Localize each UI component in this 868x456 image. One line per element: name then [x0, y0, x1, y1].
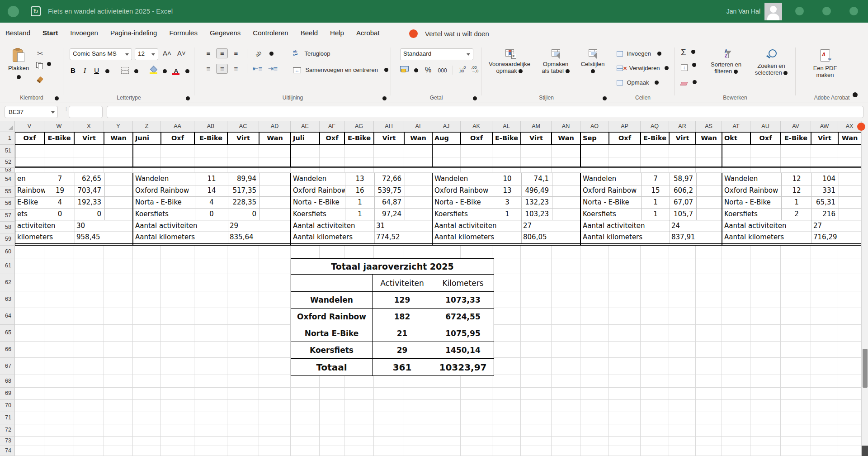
row-header-67[interactable]: 67 [0, 358, 15, 375]
column-header-AQ[interactable]: AQ [641, 121, 669, 132]
activity-km-cell[interactable]: 58,97 [670, 173, 696, 185]
row-header-68[interactable]: 68 [0, 375, 15, 388]
activity-name-cell[interactable]: Wandelen [291, 173, 345, 185]
activity-name-cell[interactable]: Norta - E-Bike [433, 197, 493, 208]
merge-center-button[interactable]: ↔ Samenvoegen en centreren [293, 66, 388, 74]
month-header-cell[interactable]: Virt [227, 132, 259, 145]
month-header-cell[interactable]: E-Bike [492, 132, 521, 145]
month-header-cell[interactable]: Wan [696, 132, 722, 145]
sort-dropdown[interactable] [734, 70, 738, 74]
column-header-AD[interactable]: AD [259, 121, 291, 132]
column-header-AM[interactable]: AM [521, 121, 552, 132]
find-select-button[interactable]: Zoeken enselecteren [750, 49, 792, 76]
total-value-cell[interactable]: 27 [521, 220, 579, 232]
bold-button[interactable]: B [71, 66, 75, 74]
tab-acrobat[interactable]: Acrobat [356, 23, 380, 37]
activity-km-cell[interactable]: 97,24 [374, 209, 405, 220]
activity-name-cell[interactable]: Wandelen [133, 173, 195, 185]
activity-count-cell[interactable]: 1 [781, 197, 811, 208]
activity-km-cell[interactable]: 105,7 [670, 209, 696, 220]
decrease-decimal-button[interactable]: ,00→,0 [472, 66, 479, 73]
autosum-dropdown[interactable] [691, 50, 695, 54]
activity-name-cell[interactable]: Oxford Rainbow [433, 185, 493, 196]
month-header-cell[interactable]: Virt [811, 132, 838, 145]
maximize-button[interactable] [822, 7, 831, 15]
activity-km-cell[interactable]: 539,75 [374, 185, 405, 196]
empty-cell[interactable] [259, 209, 289, 220]
percent-button[interactable]: % [425, 66, 431, 74]
column-header-AF[interactable]: AF [320, 121, 344, 132]
activity-name-cell[interactable]: Koersfiets [291, 209, 345, 220]
row-header-66[interactable]: 66 [0, 342, 15, 358]
activity-count-cell[interactable]: 1 [641, 209, 670, 220]
total-row[interactable]: Aantal kilometers837,91 [581, 232, 722, 243]
total-row[interactable]: activiteiten30 [15, 220, 132, 232]
column-header-Z[interactable]: Z [133, 121, 161, 132]
activity-name-cell[interactable]: Oxford Rainbow [133, 185, 195, 196]
activity-km-cell[interactable]: 72,66 [374, 173, 405, 185]
number-format-select[interactable]: Standaard [400, 48, 473, 60]
month-header-cell[interactable]: Oxf [320, 132, 344, 145]
column-header-AS[interactable]: AS [696, 121, 722, 132]
tell-me-label[interactable]: Vertel wat u wilt doen [425, 30, 489, 38]
orientation-button[interactable]: ab [251, 47, 266, 62]
empty-cell[interactable] [259, 173, 289, 185]
tab-formules[interactable]: Formules [169, 23, 198, 37]
month-header-cell[interactable]: Oxf [609, 132, 641, 145]
create-pdf-button[interactable]: A∞ Een PDFmaken [809, 49, 841, 78]
total-label-cell[interactable]: Aantal activiteiten [581, 220, 670, 232]
empty-cell[interactable] [696, 197, 721, 208]
font-name-select[interactable]: Comic Sans MS [70, 48, 132, 60]
activity-row[interactable]: Norta - E-Bike4228,35 [133, 197, 290, 209]
activity-km-cell[interactable]: 517,35 [228, 185, 259, 196]
total-row[interactable]: Aantal kilometers806,05 [433, 232, 580, 243]
summary-activity-count[interactable]: 129 [373, 292, 432, 309]
month-header-cell[interactable]: Wan [552, 132, 580, 145]
underline-button[interactable]: U [94, 66, 99, 74]
month-header-cell[interactable]: Oxf [461, 132, 492, 145]
row-header-59[interactable]: 59 [0, 233, 15, 246]
row-header-54[interactable]: 54 [0, 173, 15, 186]
activity-km-cell[interactable]: 228,35 [228, 197, 259, 208]
month-header-cell[interactable]: Juli [291, 132, 320, 145]
month-header-cell[interactable]: Virt [374, 132, 404, 145]
activity-row[interactable]: ets00 [15, 209, 132, 220]
activity-count-cell[interactable]: 13 [345, 173, 374, 185]
summary-col-activities[interactable]: Activiteiten [373, 275, 432, 292]
empty-cell[interactable] [405, 209, 431, 220]
row-header-62[interactable]: 62 [0, 274, 15, 291]
total-row[interactable]: Aantal activiteiten27 [433, 220, 580, 232]
activity-row[interactable]: E-Bike4192,33 [15, 197, 132, 209]
row-header-53[interactable]: 53 [0, 168, 15, 173]
total-value-cell[interactable]: 835,64 [228, 232, 289, 243]
activity-row[interactable]: Norta - E-Bike164,87 [291, 197, 432, 209]
fill-button[interactable]: ↓ [681, 63, 696, 71]
activity-km-cell[interactable]: 62,65 [75, 173, 104, 185]
alignment-dialog-launcher[interactable] [382, 96, 387, 100]
align-left-button[interactable]: ≡ [203, 64, 214, 74]
summary-activity-count[interactable]: 182 [373, 309, 432, 325]
autosave-sync-icon[interactable]: ↻ [31, 6, 41, 16]
tab-controleren[interactable]: Controleren [253, 23, 288, 37]
activity-row[interactable]: Oxford Rainbow16539,75 [291, 185, 432, 197]
format-painter-button[interactable] [38, 76, 42, 85]
month-header-cell[interactable]: E-Bike [344, 132, 374, 145]
activity-count-cell[interactable]: 1 [345, 209, 374, 220]
activity-count-cell[interactable]: 0 [195, 209, 228, 220]
month-header-cell[interactable]: Juni [133, 132, 161, 145]
empty-cell[interactable] [104, 209, 132, 220]
conditional-dropdown[interactable] [519, 69, 523, 73]
activity-name-cell[interactable]: Norta - E-Bike [133, 197, 195, 208]
month-header-cell[interactable]: Okt [722, 132, 750, 145]
activity-name-cell[interactable]: Oxford Rainbow [291, 185, 345, 196]
merge-dropdown[interactable] [384, 68, 388, 72]
fill-color-button[interactable] [150, 67, 157, 74]
format-dropdown[interactable] [655, 81, 659, 85]
activity-km-cell[interactable]: 0 [75, 209, 104, 220]
italic-button[interactable]: I [84, 67, 86, 74]
activity-name-cell[interactable]: Oxford Rainbow [722, 185, 781, 196]
sort-filter-button[interactable]: AZ Sorteren enfilteren [704, 49, 748, 75]
month-header-cell[interactable]: Aug [432, 132, 461, 145]
row-header-70[interactable]: 70 [0, 400, 15, 412]
row-header-63[interactable]: 63 [0, 291, 15, 308]
